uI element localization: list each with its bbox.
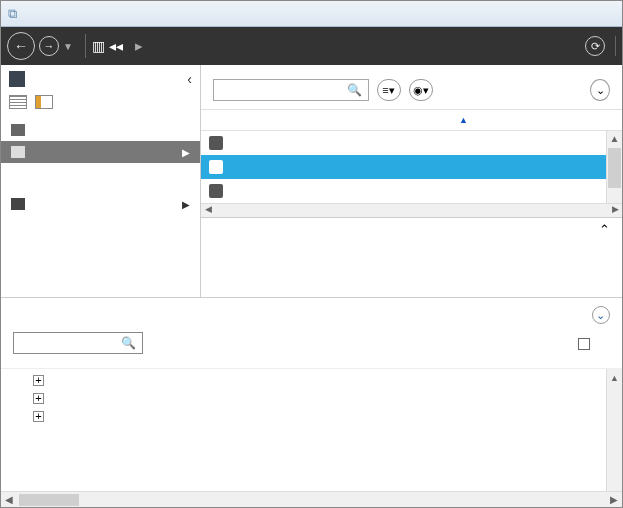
refresh-button[interactable]: ⟳ [585, 36, 605, 56]
view-options-button[interactable]: ≡▾ [377, 79, 401, 101]
location-icon[interactable]: ▥ ◂◂ [92, 38, 123, 54]
chevron-right-icon: ▸ [135, 37, 143, 55]
breadcrumb[interactable]: ▸ [129, 37, 149, 55]
chevron-right-icon: ▶ [182, 147, 190, 158]
show-all-checkbox[interactable] [578, 336, 594, 350]
nav-overview[interactable] [1, 119, 200, 141]
psh-body: + + + ▲ [1, 369, 622, 491]
nav-sub-password-settings[interactable] [1, 183, 200, 193]
psh-cmdlet-row[interactable]: + [13, 389, 610, 407]
column-headers[interactable]: ▲ [201, 109, 622, 131]
overview-icon [11, 124, 25, 136]
expand-icon[interactable]: + [33, 411, 44, 422]
nav-dynamic-access-control[interactable]: ▶ [1, 193, 200, 215]
collapse-nav-icon[interactable]: ‹ [187, 71, 192, 87]
navigation-pane: ‹ ▶ ▶ [1, 65, 201, 297]
scroll-thumb[interactable] [19, 494, 79, 506]
sort-asc-icon: ▲ [459, 115, 468, 125]
scroll-right-icon[interactable]: ▶ [608, 204, 622, 217]
chevron-right-icon: ▶ [182, 199, 190, 210]
scroll-up-icon[interactable]: ▲ [607, 369, 622, 383]
horizontal-scrollbar[interactable]: ◀ ▶ [1, 491, 622, 507]
user-icon [209, 136, 223, 150]
folder-icon [11, 146, 25, 158]
powershell-history-pane: ⌄ 🔍 + + + ▲ ◀ ▶ [1, 297, 622, 507]
psh-search-input[interactable]: 🔍 [13, 332, 143, 354]
table-row[interactable] [201, 131, 606, 155]
back-button[interactable]: ← [7, 32, 35, 60]
forward-button[interactable]: → [39, 36, 59, 56]
scroll-right-icon[interactable]: ▶ [606, 494, 622, 505]
history-dropdown-icon[interactable]: ▼ [63, 41, 73, 52]
scroll-left-icon[interactable]: ◀ [201, 204, 215, 217]
checkbox-icon[interactable] [578, 338, 590, 350]
title-bar: ⧉ [1, 1, 622, 27]
user-icon [209, 184, 223, 198]
scroll-thumb[interactable] [608, 148, 621, 188]
nav-corp-local[interactable]: ▶ [1, 141, 200, 163]
list-rows: ▲ [201, 131, 622, 203]
psh-cmdlet-row[interactable]: + [13, 407, 610, 425]
list-view-icon[interactable] [9, 95, 27, 109]
ad-icon [9, 71, 25, 87]
preview-bar[interactable]: ⌃ [201, 217, 622, 241]
table-row-selected[interactable] [201, 155, 606, 179]
vertical-scrollbar[interactable]: ▲ [606, 369, 622, 491]
nav-sub-useraccounts[interactable] [1, 173, 200, 183]
expand-icon[interactable]: + [33, 375, 44, 386]
collapse-psh-icon[interactable]: ⌄ [592, 306, 610, 324]
nav-sub-marketing[interactable] [1, 163, 200, 173]
user-icon [209, 160, 223, 174]
manage-menu-divider [615, 36, 616, 56]
tree-view-icon[interactable] [35, 95, 53, 109]
expand-icon[interactable]: + [33, 393, 44, 404]
chevron-up-icon[interactable]: ⌃ [599, 222, 610, 237]
psh-cmdlet-row[interactable]: + [13, 371, 610, 389]
scroll-left-icon[interactable]: ◀ [1, 494, 17, 505]
nav-bar: ← → ▼ ▥ ◂◂ ▸ ⟳ [1, 27, 622, 65]
content-title [201, 65, 622, 75]
horizontal-scrollbar[interactable]: ◀ ▶ [201, 203, 622, 217]
save-options-button[interactable]: ◉▾ [409, 79, 433, 101]
dac-icon [11, 198, 25, 210]
divider [85, 34, 86, 58]
table-row[interactable] [201, 179, 606, 203]
vertical-scrollbar[interactable]: ▲ [606, 131, 622, 203]
app-icon: ⧉ [1, 6, 23, 22]
search-icon[interactable]: 🔍 [121, 336, 136, 350]
content-pane: 🔍 ≡▾ ◉▾ ⌄ ▲ [201, 65, 622, 297]
scroll-up-icon[interactable]: ▲ [607, 131, 622, 147]
expand-button[interactable]: ⌄ [590, 79, 610, 101]
search-icon[interactable]: 🔍 [347, 83, 362, 97]
col-description[interactable]: ▲ [455, 112, 610, 126]
filter-input[interactable]: 🔍 [213, 79, 369, 101]
